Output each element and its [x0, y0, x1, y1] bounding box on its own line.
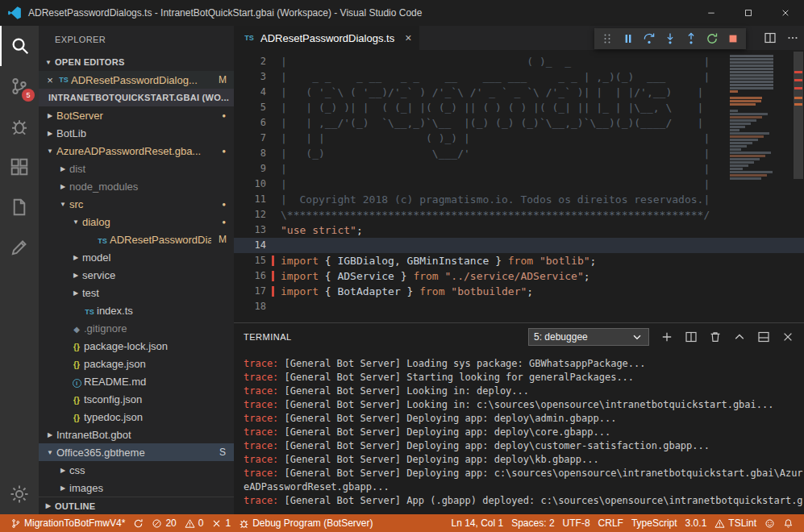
- status-indentation[interactable]: Spaces: 2: [507, 517, 558, 529]
- terminal-panel-button[interactable]: [757, 330, 770, 343]
- tree-item[interactable]: ▶IntranetBot.gbot: [39, 426, 234, 443]
- terminal-split-editor-button[interactable]: [685, 330, 698, 343]
- open-editors-header[interactable]: ▼ OPEN EDITORS: [39, 53, 234, 71]
- close-button[interactable]: [767, 0, 804, 26]
- debug-grip-button[interactable]: [598, 29, 617, 48]
- code-line[interactable]: 2| ( )_ _ |: [234, 54, 804, 69]
- chevron-right-icon[interactable]: ▶: [56, 183, 69, 190]
- status-warnings[interactable]: 0: [181, 514, 208, 532]
- maximize-button[interactable]: [730, 0, 767, 26]
- code-line[interactable]: 11| Copyright 2018 (c) pragmatismo.io. T…: [234, 192, 804, 207]
- code-line[interactable]: 12\*************************************…: [234, 207, 804, 222]
- tree-item[interactable]: ▶node_modules: [39, 177, 234, 195]
- terminal-close-button[interactable]: [781, 330, 794, 343]
- status-encoding[interactable]: UTF-8: [559, 517, 594, 529]
- terminal-trash-button[interactable]: [709, 330, 722, 343]
- debug-stop-button[interactable]: [723, 29, 743, 48]
- chevron-right-icon[interactable]: ▶: [56, 484, 69, 492]
- tree-item[interactable]: ▼src●: [39, 195, 234, 213]
- code-line[interactable]: 7| | | ( )_) | |: [234, 131, 804, 146]
- tab-close-icon[interactable]: ×: [405, 31, 411, 44]
- code-line[interactable]: 9| |: [234, 161, 804, 177]
- close-icon[interactable]: ×: [44, 74, 56, 86]
- tree-item[interactable]: ▶BotServer●: [39, 106, 234, 124]
- code-line[interactable]: 17import { BotAdapter } from "botbuilder…: [234, 284, 804, 299]
- chevron-right-icon[interactable]: ▶: [44, 112, 56, 119]
- tree-item[interactable]: TSindex.ts: [39, 301, 234, 319]
- status-eol[interactable]: CRLF: [594, 517, 627, 529]
- tree-item[interactable]: TSADResetPasswordDial...M: [39, 231, 234, 248]
- tree-item[interactable]: {}typedoc.json: [39, 408, 234, 426]
- code-line[interactable]: 14: [234, 238, 804, 253]
- debug-pause-button[interactable]: [619, 29, 638, 48]
- tree-item[interactable]: ▶images: [39, 479, 234, 497]
- minimap[interactable]: [730, 55, 780, 322]
- chevron-down-icon[interactable]: ▼: [44, 148, 56, 155]
- workspace-header[interactable]: INTRANETBOTQUICKSTART.GBAI (WO...: [39, 89, 234, 106]
- code-line[interactable]: 13"use strict";: [234, 222, 804, 238]
- tree-item[interactable]: ▼dialog●: [39, 213, 234, 231]
- tree-item[interactable]: ▶model: [39, 248, 234, 266]
- chevron-right-icon[interactable]: ▶: [56, 467, 69, 474]
- code-line[interactable]: 16import { ADService } from "../service/…: [234, 268, 804, 284]
- code-line[interactable]: 8| (_) \___/' |: [234, 146, 804, 161]
- activity-extensions[interactable]: [0, 147, 39, 187]
- tab-adresetpassworddialogs[interactable]: TS ADResetPasswordDialogs.ts ×: [234, 26, 419, 50]
- open-editor-item[interactable]: ×TSADResetPasswordDialog...M: [39, 71, 234, 89]
- chevron-down-icon[interactable]: ▼: [56, 201, 69, 208]
- terminal-select[interactable]: 5: debuggee: [528, 328, 649, 346]
- activity-file[interactable]: [0, 187, 39, 227]
- tree-item[interactable]: ▶service: [39, 266, 234, 284]
- activity-debug[interactable]: [0, 106, 39, 147]
- activity-search[interactable]: [0, 26, 39, 66]
- tree-item[interactable]: ▶test: [39, 284, 234, 301]
- tree-item[interactable]: {}tsconfig.json: [39, 390, 234, 408]
- chevron-right-icon[interactable]: ▶: [69, 254, 82, 261]
- terminal-output[interactable]: trace: [General Bot Server] Loading sys …: [234, 351, 804, 514]
- chevron-down-icon[interactable]: ▼: [69, 218, 82, 226]
- tree-item[interactable]: {}package.json: [39, 355, 234, 372]
- tree-item[interactable]: {}package-lock.json: [39, 337, 234, 355]
- more-actions-button[interactable]: [786, 31, 799, 44]
- chevron-right-icon[interactable]: ▶: [56, 165, 69, 172]
- code-line[interactable]: 5| | (_) )| | ( (_| |( (_) || ( ) ( ) |(…: [234, 100, 804, 115]
- debug-step-into-button[interactable]: [660, 29, 680, 48]
- terminal-plus-button[interactable]: [660, 330, 673, 343]
- activity-gear[interactable]: [0, 474, 39, 514]
- chevron-right-icon[interactable]: ▶: [69, 289, 82, 297]
- terminal-chevron-up-button[interactable]: [733, 330, 746, 343]
- tree-item[interactable]: ▶css: [39, 461, 234, 479]
- status-notifications[interactable]: [779, 518, 798, 529]
- tree-item[interactable]: ◆.gitignore: [39, 319, 234, 337]
- status-language-mode[interactable]: TypeScript: [627, 517, 681, 529]
- chevron-right-icon[interactable]: ▶: [44, 130, 56, 137]
- status-tslint[interactable]: TSLint: [710, 517, 760, 529]
- chevron-right-icon[interactable]: ▶: [44, 431, 56, 438]
- status-cursor-position[interactable]: Ln 14, Col 1: [447, 517, 507, 529]
- debug-restart-button[interactable]: [702, 29, 722, 48]
- tree-item[interactable]: ▶BotLib: [39, 124, 234, 142]
- minimize-button[interactable]: [693, 0, 730, 26]
- code-editor[interactable]: 2| ( )_ _ |3| _ _ _ __ _ _ __ ___ ___ _ …: [234, 50, 804, 322]
- code-line[interactable]: 18: [234, 299, 804, 314]
- outline-header[interactable]: ▶ OUTLINE: [39, 497, 234, 514]
- status-debug-program[interactable]: Debug Program (BotServer): [235, 514, 377, 532]
- tree-item[interactable]: iREADME.md: [39, 372, 234, 390]
- tree-item[interactable]: ▶dist: [39, 160, 234, 177]
- code-line[interactable]: 10| |: [234, 177, 804, 192]
- code-line[interactable]: 4| ( '_`\ ( '__)/'_` ) /'_`\ /' _ ` _ `\…: [234, 85, 804, 100]
- status-ts-version[interactable]: 3.0.1: [681, 517, 711, 529]
- debug-step-out-button[interactable]: [681, 29, 701, 48]
- status-info-count[interactable]: 1: [207, 514, 235, 532]
- code-line[interactable]: 6| | ,__/'(_) `\__,_)`\__ |(_) (_) (_)`\…: [234, 115, 804, 131]
- code-line[interactable]: 15import { IGBDialog, GBMinInstance } fr…: [234, 253, 804, 268]
- chevron-right-icon[interactable]: ▶: [69, 272, 82, 279]
- debug-step-over-button[interactable]: [639, 29, 659, 48]
- code-line[interactable]: 3| _ _ _ __ _ _ __ ___ ___ _ _ | ,_)(_) …: [234, 69, 804, 85]
- tree-item[interactable]: ▼Office365.gbthemeS: [39, 443, 234, 461]
- status-errors[interactable]: 20: [148, 514, 180, 532]
- status-feedback[interactable]: [760, 518, 779, 529]
- status-git-branch[interactable]: MigrationToBotFmwV4*: [6, 514, 129, 532]
- editor-scrollbar[interactable]: [793, 50, 804, 322]
- terminal-tab[interactable]: TERMINAL: [244, 332, 292, 342]
